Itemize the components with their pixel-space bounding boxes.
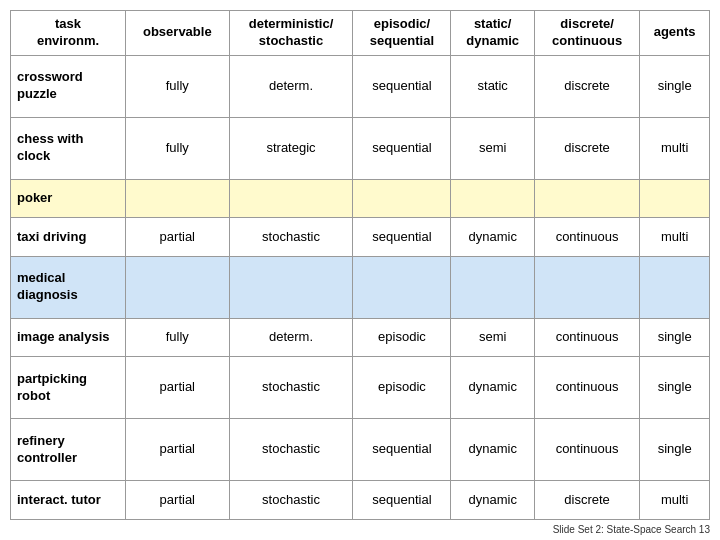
table-row: interact. tutorpartialstochasticsequenti… <box>11 481 710 520</box>
cell-observable: fully <box>126 117 230 179</box>
cell-static-dyn: dynamic <box>451 481 534 520</box>
cell-agents: single <box>640 318 710 357</box>
cell-epis-seq: sequential <box>353 117 451 179</box>
table-row: poker <box>11 179 710 218</box>
table-row: refinery controllerpartialstochasticsequ… <box>11 419 710 481</box>
header-disc-cont: discrete/continuous <box>534 11 639 56</box>
cell-observable <box>126 256 230 318</box>
cell-disc-cont: discrete <box>534 481 639 520</box>
cell-static-dyn: static <box>451 55 534 117</box>
cell-name: chess with clock <box>11 117 126 179</box>
cell-static-dyn: semi <box>451 318 534 357</box>
cell-disc-cont: continuous <box>534 357 639 419</box>
cell-disc-cont: continuous <box>534 419 639 481</box>
cell-epis-seq: episodic <box>353 318 451 357</box>
cell-agents: multi <box>640 218 710 257</box>
header-det-stoch: deterministic/stochastic <box>229 11 353 56</box>
cell-epis-seq: sequential <box>353 419 451 481</box>
header-task: taskenvironm. <box>11 11 126 56</box>
cell-static-dyn: semi <box>451 117 534 179</box>
cell-epis-seq: sequential <box>353 218 451 257</box>
table-row: image analysisfullydeterm.episodicsemico… <box>11 318 710 357</box>
cell-epis-seq: sequential <box>353 55 451 117</box>
cell-static-dyn <box>451 179 534 218</box>
cell-disc-cont: discrete <box>534 55 639 117</box>
cell-epis-seq: episodic <box>353 357 451 419</box>
cell-disc-cont: continuous <box>534 318 639 357</box>
cell-disc-cont <box>534 256 639 318</box>
cell-disc-cont: continuous <box>534 218 639 257</box>
cell-det-stoch: stochastic <box>229 218 353 257</box>
cell-static-dyn: dynamic <box>451 357 534 419</box>
cell-det-stoch: stochastic <box>229 481 353 520</box>
cell-det-stoch <box>229 256 353 318</box>
table-row: medical diagnosis <box>11 256 710 318</box>
cell-name: partpicking robot <box>11 357 126 419</box>
cell-agents: multi <box>640 481 710 520</box>
cell-static-dyn: dynamic <box>451 218 534 257</box>
cell-static-dyn <box>451 256 534 318</box>
cell-observable: partial <box>126 481 230 520</box>
cell-name: image analysis <box>11 318 126 357</box>
cell-det-stoch <box>229 179 353 218</box>
cell-agents: single <box>640 55 710 117</box>
cell-name: interact. tutor <box>11 481 126 520</box>
cell-observable: partial <box>126 218 230 257</box>
cell-agents <box>640 256 710 318</box>
cell-observable: fully <box>126 318 230 357</box>
header-static-dyn: static/dynamic <box>451 11 534 56</box>
header-observable: observable <box>126 11 230 56</box>
cell-epis-seq: sequential <box>353 481 451 520</box>
cell-epis-seq <box>353 256 451 318</box>
cell-observable <box>126 179 230 218</box>
cell-det-stoch: determ. <box>229 55 353 117</box>
cell-det-stoch: strategic <box>229 117 353 179</box>
slide-footer: Slide Set 2: State-Space Search 13 <box>10 520 710 535</box>
cell-static-dyn: dynamic <box>451 419 534 481</box>
table-row: partpicking robotpartialstochasticepisod… <box>11 357 710 419</box>
cell-det-stoch: stochastic <box>229 357 353 419</box>
cell-epis-seq <box>353 179 451 218</box>
cell-observable: partial <box>126 357 230 419</box>
cell-name: crossword puzzle <box>11 55 126 117</box>
cell-name: medical diagnosis <box>11 256 126 318</box>
cell-agents: single <box>640 357 710 419</box>
cell-agents: single <box>640 419 710 481</box>
task-environment-table: taskenvironm. observable deterministic/s… <box>10 10 710 520</box>
header-agents: agents <box>640 11 710 56</box>
cell-det-stoch: stochastic <box>229 419 353 481</box>
cell-name: taxi driving <box>11 218 126 257</box>
cell-observable: fully <box>126 55 230 117</box>
cell-name: refinery controller <box>11 419 126 481</box>
table-row: chess with clockfullystrategicsequential… <box>11 117 710 179</box>
cell-disc-cont: discrete <box>534 117 639 179</box>
table-row: crossword puzzlefullydeterm.sequentialst… <box>11 55 710 117</box>
table-row: taxi drivingpartialstochasticsequentiald… <box>11 218 710 257</box>
cell-name: poker <box>11 179 126 218</box>
cell-observable: partial <box>126 419 230 481</box>
cell-det-stoch: determ. <box>229 318 353 357</box>
header-epis-seq: episodic/sequential <box>353 11 451 56</box>
cell-disc-cont <box>534 179 639 218</box>
cell-agents: multi <box>640 117 710 179</box>
cell-agents <box>640 179 710 218</box>
